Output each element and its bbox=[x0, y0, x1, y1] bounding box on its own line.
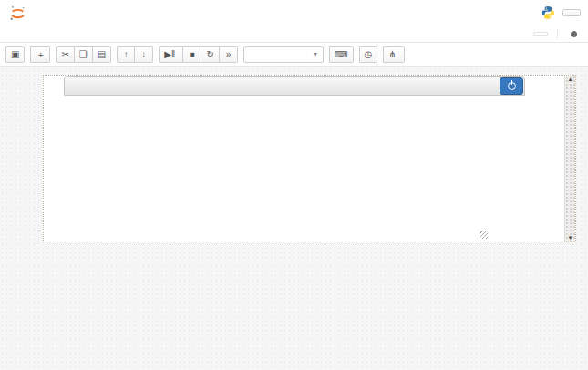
kernel-status-icon bbox=[571, 31, 577, 37]
trusted-badge bbox=[533, 32, 548, 36]
run-icon: ▶‖ bbox=[164, 50, 175, 59]
restart-kernel-button[interactable]: ↻ bbox=[201, 46, 220, 63]
arrow-up-icon: ↑ bbox=[124, 50, 129, 59]
menu-view[interactable] bbox=[38, 31, 55, 36]
menu-edit[interactable] bbox=[22, 31, 38, 36]
kernel-name bbox=[557, 29, 581, 39]
notebook-header bbox=[0, 0, 588, 26]
interrupt-kernel-button[interactable]: ■ bbox=[183, 46, 201, 63]
toolbar: ▣ ＋ ✂ ❏ ▤ ↑ ↓ ▶‖ ■ ↻ » ▼ ⌨ ◷ ⋔ bbox=[0, 43, 588, 67]
move-cell-up-button[interactable]: ↑ bbox=[117, 46, 135, 63]
paste-cell-button[interactable]: ▤ bbox=[93, 46, 111, 63]
fast-forward-icon: » bbox=[226, 50, 232, 59]
history-button[interactable]: ◷ bbox=[359, 46, 378, 63]
chevron-down-icon: ▼ bbox=[312, 51, 318, 57]
logout-button[interactable] bbox=[562, 9, 581, 16]
run-cell-button[interactable]: ▶‖ bbox=[159, 46, 183, 63]
scissors-icon: ✂ bbox=[61, 50, 68, 59]
figure-output: ▲ ▼ bbox=[43, 75, 576, 242]
figure-titlebar[interactable] bbox=[64, 76, 525, 96]
output-scrollbar[interactable]: ▲ ▼ bbox=[564, 76, 575, 242]
scroll-up-icon[interactable]: ▲ bbox=[568, 76, 573, 83]
arrow-down-icon: ↓ bbox=[141, 50, 146, 59]
power-icon bbox=[508, 82, 516, 90]
menu-help[interactable] bbox=[120, 31, 137, 36]
paste-icon: ▤ bbox=[98, 50, 106, 59]
menu-bar bbox=[0, 26, 588, 43]
stop-icon: ■ bbox=[190, 50, 195, 59]
menu-file[interactable] bbox=[5, 31, 22, 36]
command-palette-button[interactable]: ⌨ bbox=[329, 46, 353, 63]
menu-insert[interactable] bbox=[55, 31, 71, 36]
git-branch-icon: ⋔ bbox=[388, 50, 396, 59]
figure-resize-handle[interactable] bbox=[480, 231, 488, 239]
cut-cell-button[interactable]: ✂ bbox=[56, 46, 74, 63]
loss-accuracy-chart[interactable] bbox=[67, 97, 495, 241]
restart-icon: ↻ bbox=[206, 50, 213, 59]
notebook-area: ▲ ▼ bbox=[0, 67, 588, 242]
clock-icon: ◷ bbox=[365, 50, 373, 59]
python-logo-icon bbox=[541, 5, 555, 20]
copy-icon: ❏ bbox=[79, 50, 88, 59]
move-cell-down-button[interactable]: ↓ bbox=[135, 46, 153, 63]
restart-run-all-button[interactable]: » bbox=[220, 46, 238, 63]
figure-canvas bbox=[44, 96, 564, 242]
plus-icon: ＋ bbox=[36, 50, 45, 59]
jupyter-logo-icon bbox=[9, 5, 26, 22]
copy-cell-button[interactable]: ❏ bbox=[75, 46, 93, 63]
cell-type-dropdown[interactable]: ▼ bbox=[243, 46, 324, 63]
scroll-down-icon[interactable]: ▼ bbox=[568, 234, 573, 242]
menu-kernel[interactable] bbox=[88, 31, 104, 36]
figure-close-button[interactable] bbox=[500, 77, 523, 95]
jupyter-logo[interactable] bbox=[9, 5, 30, 22]
save-button[interactable]: ▣ bbox=[5, 46, 25, 63]
save-icon: ▣ bbox=[11, 50, 19, 59]
menu-cell[interactable] bbox=[71, 31, 88, 36]
menu-widgets[interactable] bbox=[104, 31, 120, 36]
keyboard-icon: ⌨ bbox=[335, 50, 347, 59]
nbdiff-button[interactable]: ⋔ bbox=[383, 46, 404, 63]
add-cell-button[interactable]: ＋ bbox=[30, 46, 50, 63]
